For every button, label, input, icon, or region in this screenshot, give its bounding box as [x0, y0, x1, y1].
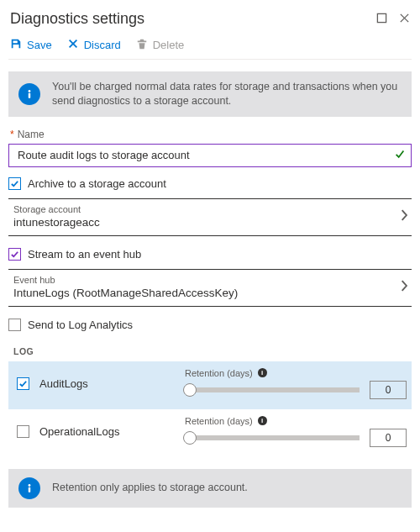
name-input[interactable]	[16, 148, 394, 162]
svg-rect-6	[29, 93, 30, 98]
name-field-wrap[interactable]	[8, 144, 412, 167]
delete-button: Delete	[136, 38, 185, 52]
delete-icon	[136, 38, 148, 52]
retention-value-box[interactable]: 0	[370, 429, 407, 447]
eventhub-picker-label: Event hub	[13, 275, 238, 285]
info-icon[interactable]: i	[258, 416, 267, 425]
delete-button-label: Delete	[153, 39, 185, 51]
log-name-label: OperationalLogs	[39, 425, 119, 438]
log-row-operationallogs[interactable]: OperationalLogs Retention (days) i 0	[8, 409, 412, 457]
chevron-right-icon	[400, 209, 408, 224]
toolbar: Save Discard Delete	[8, 33, 412, 60]
retention-label: Retention (days) i	[185, 416, 407, 426]
retention-slider[interactable]	[185, 435, 360, 440]
log-analytics-checkbox[interactable]	[8, 319, 21, 331]
log-analytics-label: Send to Log Analytics	[28, 319, 133, 331]
storage-account-picker[interactable]: Storage account intunestorageacc	[8, 198, 412, 236]
info-icon	[18, 477, 40, 499]
info-icon[interactable]: i	[258, 368, 267, 377]
svg-rect-8	[29, 487, 30, 492]
billing-info-banner: You'll be charged normal data rates for …	[8, 71, 412, 117]
archive-checkbox[interactable]	[8, 177, 21, 190]
retention-value-box[interactable]: 0	[370, 381, 407, 399]
log-section-header: LOG	[13, 346, 412, 356]
archive-label: Archive to a storage account	[28, 177, 166, 190]
svg-rect-0	[377, 13, 386, 22]
save-button[interactable]: Save	[10, 38, 52, 52]
svg-point-5	[29, 90, 31, 92]
retention-slider[interactable]	[185, 387, 360, 392]
valid-check-icon	[394, 148, 406, 162]
restore-window-icon[interactable]	[376, 13, 387, 26]
slider-thumb[interactable]	[183, 383, 197, 397]
save-icon	[10, 38, 22, 52]
log-row-auditlogs[interactable]: AuditLogs Retention (days) i 0	[8, 361, 412, 409]
stream-checkbox[interactable]	[8, 248, 21, 261]
save-button-label: Save	[27, 39, 52, 51]
operationallogs-checkbox[interactable]	[17, 425, 29, 438]
storage-picker-label: Storage account	[13, 204, 100, 214]
svg-point-7	[29, 484, 31, 487]
eventhub-picker[interactable]: Event hub IntuneLogs (RootManageSharedAc…	[8, 269, 412, 307]
stream-label: Stream to an event hub	[28, 248, 141, 261]
info-icon	[18, 83, 40, 105]
chevron-right-icon	[400, 280, 408, 294]
eventhub-picker-value: IntuneLogs (RootManageSharedAccessKey)	[13, 287, 238, 299]
slider-thumb[interactable]	[183, 431, 197, 445]
storage-picker-value: intunestorageacc	[13, 216, 100, 229]
retention-label: Retention (days) i	[185, 368, 407, 378]
retention-info-text: Retention only applies to storage accoun…	[52, 481, 248, 495]
close-icon[interactable]	[399, 13, 410, 26]
auditlogs-checkbox[interactable]	[17, 377, 29, 390]
log-name-label: AuditLogs	[39, 377, 88, 390]
retention-info-banner: Retention only applies to storage accoun…	[8, 469, 412, 508]
billing-info-text: You'll be charged normal data rates for …	[52, 80, 402, 108]
discard-button-label: Discard	[84, 39, 121, 51]
page-title: Diagnostics settings	[10, 10, 144, 28]
name-label: *Name	[10, 129, 412, 140]
discard-button[interactable]: Discard	[67, 38, 121, 52]
discard-icon	[67, 38, 79, 52]
